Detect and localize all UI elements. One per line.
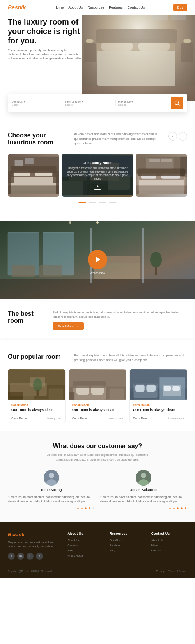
twitter-icon[interactable]: t xyxy=(36,553,43,560)
svg-rect-84 xyxy=(69,392,74,399)
carousel-next-button[interactable]: › xyxy=(179,132,187,141)
svg-rect-53 xyxy=(0,279,195,299)
svg-rect-7 xyxy=(181,43,193,62)
search-icon xyxy=(174,100,180,106)
dot-1[interactable] xyxy=(78,202,86,203)
room-cards-row: Our Luxury Room Our agent is there who e… xyxy=(8,154,187,197)
popular-card-3-room: Guest Room xyxy=(133,417,148,420)
svg-marker-66 xyxy=(96,257,100,262)
footer-legal-links: Privacy Terms of Service xyxy=(156,570,187,573)
footer-terms-link[interactable]: Terms of Service xyxy=(168,570,187,573)
popular-desc: But I must explain to you how all this m… xyxy=(74,353,187,363)
nav-contact[interactable]: Contact Us xyxy=(128,5,145,9)
popular-card-1-body: Consultation Our room is always clean Gu… xyxy=(8,400,65,423)
footer-faq-link[interactable]: FAQ xyxy=(110,549,145,552)
svg-point-64 xyxy=(96,221,99,224)
nav-cta-button[interactable]: Buy xyxy=(173,4,187,11)
svg-rect-95 xyxy=(172,385,180,391)
dot-2[interactable] xyxy=(89,202,96,203)
svg-rect-75 xyxy=(37,390,39,396)
footer-services-link[interactable]: Services xyxy=(110,544,145,547)
footer-contact-about-link[interactable]: About Us xyxy=(151,539,187,542)
room-card-overlay: Our Luxury Room Our agent is there who e… xyxy=(62,154,133,197)
read-more-button[interactable]: Read More → xyxy=(53,322,84,330)
svg-rect-60 xyxy=(12,265,35,277)
svg-rect-3 xyxy=(138,42,170,51)
testimonial-2-name: Jonas Kakaroto xyxy=(100,488,187,492)
footer-menu-link[interactable]: Menu xyxy=(151,544,187,547)
overlay-desc: Our agent is there who ensure that all o… xyxy=(65,166,130,180)
footer-desc: Neque porro quisquam est qui dolorem ips… xyxy=(8,541,62,549)
testimonial-1-stars: ★ ★ ★ ★ ★ xyxy=(8,506,95,510)
overlay-play-button[interactable] xyxy=(94,183,101,190)
best-room-title: The best room xyxy=(8,310,47,324)
interior-field: Interior type ▾ Select xyxy=(65,100,115,106)
location-label: Location ▾ xyxy=(12,100,59,103)
dot-3[interactable] xyxy=(99,202,106,203)
svg-rect-26 xyxy=(8,185,59,194)
nav-features[interactable]: Features xyxy=(109,5,123,9)
nav-home[interactable]: Home xyxy=(54,5,64,9)
svg-rect-46 xyxy=(138,168,186,176)
hero-title: The luxury room of your choice is right … xyxy=(8,17,82,45)
popular-card-2-tag: Consultation xyxy=(72,404,123,406)
testimonial-card-2: Jonas Kakaroto "Lorem ipsum dolor sit am… xyxy=(100,470,187,510)
footer: Besnik Neque porro quisquam est qui dolo… xyxy=(0,522,195,578)
svg-rect-48 xyxy=(136,185,187,194)
svg-rect-61 xyxy=(39,265,62,277)
nav-about[interactable]: About Us xyxy=(68,5,83,9)
svg-rect-28 xyxy=(25,158,34,164)
price-label: Max price ▾ xyxy=(118,100,165,103)
facebook-icon[interactable]: f xyxy=(8,553,15,560)
nav-resources[interactable]: Resources xyxy=(87,5,104,9)
interior-placeholder[interactable]: Select xyxy=(65,103,112,106)
svg-rect-25 xyxy=(53,171,59,183)
popular-card-3-image xyxy=(130,369,187,400)
footer-privacy-link[interactable]: Privacy xyxy=(156,570,164,573)
footer-about-title: About Us xyxy=(67,532,103,535)
svg-rect-27 xyxy=(15,160,23,166)
footer-social: f in ◻ t xyxy=(8,553,62,560)
search-button[interactable] xyxy=(171,97,183,109)
testimonial-desc: Al vero eos et accusamus et iusto odio d… xyxy=(39,453,156,462)
footer-work-link[interactable]: Our Work xyxy=(110,539,145,542)
location-placeholder[interactable]: Select xyxy=(12,103,59,106)
svg-rect-47 xyxy=(180,157,187,177)
popular-card-2-title: Our room is always clean xyxy=(72,408,123,413)
footer-about-link[interactable]: About Us xyxy=(67,539,103,542)
testimonial-2-stars: ★ ★ ★ ★ ★ xyxy=(100,506,187,510)
svg-rect-92 xyxy=(130,392,133,399)
video-play-button[interactable] xyxy=(88,250,107,269)
testimonial-card-1: Irene Strong "Lorem ipsum dolor sit amet… xyxy=(8,470,95,510)
svg-rect-50 xyxy=(149,159,160,162)
svg-rect-70 xyxy=(49,388,64,399)
linkedin-icon[interactable]: in xyxy=(17,553,24,560)
instagram-icon[interactable]: ◻ xyxy=(27,553,34,560)
svg-rect-81 xyxy=(73,381,106,388)
choose-header: Choose your luxurious room Al vero eos e… xyxy=(8,132,187,146)
footer-blog-link[interactable]: Blog xyxy=(67,549,103,552)
price-placeholder[interactable]: Select xyxy=(118,103,165,106)
popular-title: Our popular room xyxy=(8,353,66,360)
svg-line-16 xyxy=(178,104,179,106)
footer-press-link[interactable]: Press Room xyxy=(67,554,103,557)
svg-point-9 xyxy=(183,39,191,43)
dot-4[interactable] xyxy=(109,202,117,203)
svg-point-62 xyxy=(150,252,162,267)
svg-rect-90 xyxy=(146,384,156,392)
svg-point-100 xyxy=(141,473,146,478)
carousel-prev-button[interactable]: ‹ xyxy=(168,132,177,141)
hero-room-image xyxy=(82,0,195,101)
best-room-desc: Sed ut perspiciatis unde omnis iste natu… xyxy=(53,310,187,319)
watch-now-label: Watch now xyxy=(90,271,105,275)
footer-careers-link[interactable]: Careers xyxy=(67,544,103,547)
popular-card-3-body: Consultation Our room is always clean Gu… xyxy=(130,400,187,423)
popular-card-1: Consultation Our room is always clean Gu… xyxy=(8,369,66,423)
testimonial-1-avatar xyxy=(44,470,59,486)
carousel-navigation: ‹ › xyxy=(168,132,187,141)
footer-contact-title: Contact Us xyxy=(151,532,187,535)
popular-card-2-body: Consultation Our room is always clean Gu… xyxy=(69,400,126,423)
testimonial-1-name: Irene Strong xyxy=(8,488,95,492)
footer-comics-link[interactable]: Comics xyxy=(151,549,187,552)
choose-desc: Al vero eos et accusamus et iusto odio d… xyxy=(74,132,161,146)
